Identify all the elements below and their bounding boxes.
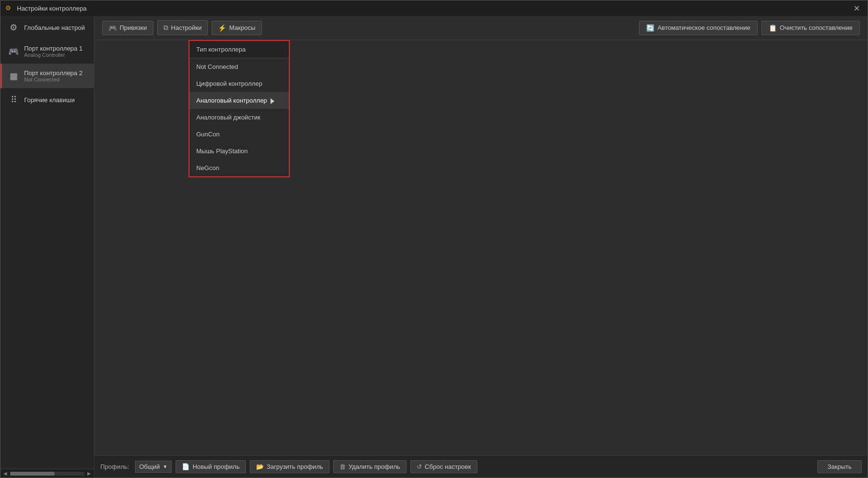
- sidebar-item-global-text: Глобальные настрой: [24, 24, 85, 31]
- dropdown-item-not-connected[interactable]: Not Connected: [190, 58, 289, 75]
- sidebar-item-port1[interactable]: 🎮 Порт контроллера 1 Analog Controller: [0, 39, 94, 64]
- sidebar-item-hotkeys[interactable]: ⠿ Горячие клавиши: [0, 88, 94, 111]
- sidebar-item-port1-text: Порт контроллера 1 Analog Controller: [24, 45, 82, 58]
- delete-profile-icon: 🗑: [339, 463, 346, 470]
- sidebar-item-port2-text: Порт контроллера 2 Not Connected: [24, 69, 82, 82]
- dropdown-item-mouse-ps[interactable]: Мышь PlayStation: [190, 143, 289, 159]
- profile-dropdown-arrow: ▼: [163, 464, 168, 469]
- content-area: ⚙ Глобальные настрой 🎮 Порт контроллера …: [0, 16, 868, 478]
- scroll-left-arrow[interactable]: ◀: [2, 471, 8, 476]
- dropdown-item-digital-label: Цифровой контроллер: [196, 80, 262, 87]
- sidebar-item-port1-subtitle: Analog Controller: [24, 52, 82, 58]
- main-panel: 🎮 Привязки ⧉ Настройки ⚡ Макросы 🔄 Автом…: [95, 16, 868, 478]
- bindings-icon: 🎮: [108, 24, 117, 32]
- dropdown-item-mouse-ps-label: Мышь PlayStation: [196, 147, 248, 155]
- bottombar: Профиль: Общий ▼ 📄 Новый профиль 📂 Загру…: [95, 455, 868, 478]
- reset-label: Сброс настроек: [425, 463, 471, 470]
- dropdown-item-analog[interactable]: Аналоговый контроллер: [190, 92, 289, 109]
- main-content: Тип контроллера Not Connected Цифровой к…: [95, 40, 868, 455]
- profile-value: Общий: [139, 463, 160, 470]
- new-profile-icon: 📄: [182, 463, 190, 470]
- gear-icon: ⚙: [8, 22, 19, 33]
- close-button[interactable]: Закрыть: [817, 460, 862, 473]
- dropdown-item-negcon[interactable]: NeGcon: [190, 159, 289, 176]
- gamepad-icon: 🎮: [8, 46, 19, 57]
- toolbar: 🎮 Привязки ⧉ Настройки ⚡ Макросы 🔄 Автом…: [95, 16, 868, 40]
- dropdown-item-not-connected-label: Not Connected: [196, 63, 238, 70]
- app-icon: ⚙: [5, 4, 13, 12]
- sidebar-scrollbar: ◀ ▶: [0, 469, 94, 478]
- dropdown-item-analog-joystick-label: Аналоговый джойстик: [196, 114, 260, 121]
- reset-button[interactable]: ↺ Сброс настроек: [410, 460, 477, 473]
- sidebar-item-global-title: Глобальные настрой: [24, 24, 85, 31]
- dropdown-item-digital[interactable]: Цифровой контроллер: [190, 75, 289, 92]
- toolbar-right: 🔄 Автоматическое сопоставление 📋 Очистит…: [639, 21, 860, 35]
- delete-profile-label: Удалить профиль: [349, 463, 400, 470]
- dropdown-header: Тип контроллера: [190, 41, 289, 58]
- new-profile-label: Новый профиль: [192, 463, 240, 470]
- sidebar: ⚙ Глобальные настрой 🎮 Порт контроллера …: [0, 16, 95, 478]
- scroll-thumb: [10, 472, 54, 476]
- delete-profile-button[interactable]: 🗑 Удалить профиль: [333, 460, 407, 473]
- titlebar: ⚙ Настройки контроллера ✕: [0, 0, 868, 16]
- chip-icon: ▦: [8, 70, 19, 82]
- dropdown-item-negcon-label: NeGcon: [196, 164, 219, 172]
- window-title: Настройки контроллера: [17, 5, 87, 12]
- bindings-button[interactable]: 🎮 Привязки: [102, 21, 153, 35]
- settings-icon: ⧉: [163, 24, 168, 32]
- load-profile-icon: 📂: [256, 463, 264, 470]
- new-profile-button[interactable]: 📄 Новый профиль: [176, 460, 246, 473]
- main-window: ⚙ Настройки контроллера ✕ ⚙ Глобальные н…: [0, 0, 868, 478]
- clear-map-button[interactable]: 📋 Очистить сопоставление: [761, 21, 860, 35]
- profile-label: Профиль:: [100, 463, 129, 470]
- scroll-right-arrow[interactable]: ▶: [86, 471, 92, 476]
- dropdown-item-analog-joystick[interactable]: Аналоговый джойстик: [190, 109, 289, 126]
- auto-map-button[interactable]: 🔄 Автоматическое сопоставление: [639, 21, 758, 35]
- macros-label: Макросы: [229, 24, 255, 31]
- controller-type-dropdown: Тип контроллера Not Connected Цифровой к…: [189, 40, 290, 177]
- keyboard-icon: ⠿: [8, 94, 19, 106]
- clear-map-icon: 📋: [769, 24, 777, 32]
- macros-icon: ⚡: [218, 24, 226, 32]
- scroll-track: [10, 472, 84, 476]
- dropdown-item-guncon[interactable]: GunCon: [190, 126, 289, 143]
- bindings-label: Привязки: [120, 24, 147, 31]
- load-profile-button[interactable]: 📂 Загрузить профиль: [250, 460, 329, 473]
- close-window-button[interactable]: ✕: [851, 3, 863, 14]
- settings-button[interactable]: ⧉ Настройки: [157, 20, 208, 35]
- sidebar-item-port2-subtitle: Not Connected: [24, 77, 82, 82]
- cursor-pointer-icon: [271, 98, 274, 104]
- auto-map-icon: 🔄: [646, 24, 654, 32]
- macros-button[interactable]: ⚡ Макросы: [212, 21, 261, 35]
- titlebar-left: ⚙ Настройки контроллера: [5, 4, 87, 12]
- load-profile-label: Загрузить профиль: [267, 463, 323, 470]
- sidebar-item-port1-title: Порт контроллера 1: [24, 45, 82, 52]
- sidebar-item-port2[interactable]: ▦ Порт контроллера 2 Not Connected: [0, 64, 94, 88]
- profile-select[interactable]: Общий ▼: [135, 461, 172, 473]
- dropdown-item-guncon-label: GunCon: [196, 131, 219, 138]
- clear-map-label: Очистить сопоставление: [780, 24, 853, 31]
- sidebar-item-global[interactable]: ⚙ Глобальные настрой: [0, 16, 94, 39]
- sidebar-item-port2-title: Порт контроллера 2: [24, 69, 82, 77]
- sidebar-item-hotkeys-title: Горячие клавиши: [24, 96, 75, 104]
- auto-map-label: Автоматическое сопоставление: [657, 24, 750, 31]
- sidebar-item-hotkeys-text: Горячие клавиши: [24, 96, 75, 104]
- reset-icon: ↺: [417, 463, 422, 470]
- settings-label: Настройки: [171, 24, 202, 31]
- dropdown-item-analog-label: Аналоговый контроллер: [196, 97, 267, 104]
